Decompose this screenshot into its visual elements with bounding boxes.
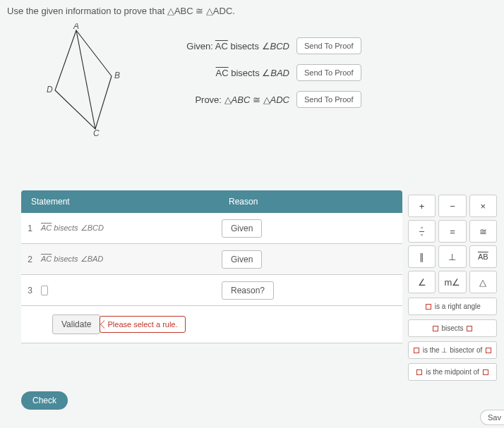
given-row-2: AC bisects ∠BAD Send To Proof	[169, 64, 361, 81]
reason-cell-3[interactable]: Reason?	[222, 281, 274, 300]
proof-table: Statement Reason 1 AC bisects ∠BCD Given…	[21, 190, 402, 343]
geometry-diagram: A B C D	[42, 23, 148, 136]
save-tab[interactable]: Sav	[480, 410, 504, 425]
top-area: A B C D Given: AC bisects ∠BCD Send To P…	[0, 16, 504, 143]
proof-row-2: 2 AC bisects ∠BAD Given	[21, 244, 402, 275]
pal-fraction[interactable]: ▫▫	[408, 220, 436, 243]
pal-mangle[interactable]: m∠	[438, 271, 466, 293]
send-to-proof-2[interactable]: Send To Proof	[296, 64, 361, 81]
given-label-2: AC bisects ∠BAD	[169, 68, 289, 78]
row-num: 1	[21, 224, 37, 233]
pal-perp-bisector[interactable]: is the ⊥ bisector of	[408, 341, 497, 359]
row-num: 2	[21, 255, 37, 264]
row-num: 3	[21, 286, 37, 295]
pal-bisects[interactable]: bisects	[408, 319, 497, 337]
vertex-d: D	[47, 85, 53, 94]
pal-plus[interactable]: +	[408, 195, 436, 217]
pal-parallel[interactable]: ∥	[408, 245, 436, 268]
proof-row-3: 3 Reason?	[21, 275, 402, 306]
validate-row: Validate Please select a rule.	[21, 306, 402, 343]
pal-perp[interactable]: ⊥	[438, 245, 466, 268]
pal-angle[interactable]: ∠	[408, 271, 436, 293]
header-reason: Reason	[219, 190, 402, 213]
check-button[interactable]: Check	[21, 391, 68, 410]
proof-header: Statement Reason	[21, 190, 402, 213]
pal-congruent[interactable]: ≅	[469, 220, 497, 243]
pal-midpoint[interactable]: is the midpoint of	[408, 363, 497, 381]
svg-marker-0	[55, 30, 112, 129]
vertex-a: A	[73, 23, 79, 31]
reason-cell-1[interactable]: Given	[222, 219, 262, 238]
symbol-palette: + − × ▫▫ = ≅ ∥ ⊥ AB ∠ m∠ △ is a right an…	[408, 195, 497, 385]
given-label-1: Given: AC bisects ∠BCD	[169, 41, 289, 51]
send-to-proof-1[interactable]: Send To Proof	[296, 37, 361, 54]
given-row-1: Given: AC bisects ∠BCD Send To Proof	[169, 37, 361, 54]
statement-cell-empty[interactable]	[37, 281, 215, 299]
vertex-c: C	[93, 128, 100, 136]
error-tag: Please select a rule.	[100, 316, 185, 333]
statement-cell[interactable]: AC bisects ∠BCD	[37, 219, 215, 237]
given-info: Given: AC bisects ∠BCD Send To Proof AC …	[169, 23, 361, 118]
empty-slot-icon	[41, 286, 48, 295]
pal-equals[interactable]: =	[438, 220, 466, 243]
pal-segment[interactable]: AB	[469, 245, 497, 268]
svg-line-1	[76, 30, 95, 129]
pal-right-angle[interactable]: is a right angle	[408, 298, 497, 315]
vertex-b: B	[114, 71, 120, 80]
given-row-3: Prove: △ABC ≅ △ADC Send To Proof	[169, 91, 361, 108]
prove-label: Prove: △ABC ≅ △ADC	[169, 94, 289, 105]
statement-cell[interactable]: AC bisects ∠BAD	[37, 250, 215, 268]
pal-triangle[interactable]: △	[469, 271, 497, 293]
pal-minus[interactable]: −	[438, 195, 466, 217]
validate-button[interactable]: Validate	[52, 314, 100, 334]
pal-times[interactable]: ×	[469, 195, 497, 217]
reason-cell-2[interactable]: Given	[222, 250, 262, 269]
send-to-proof-3[interactable]: Send To Proof	[296, 91, 361, 108]
header-statement: Statement	[21, 190, 219, 213]
problem-prompt: Use the given information to prove that …	[0, 0, 504, 16]
proof-row-1: 1 AC bisects ∠BCD Given	[21, 213, 402, 244]
